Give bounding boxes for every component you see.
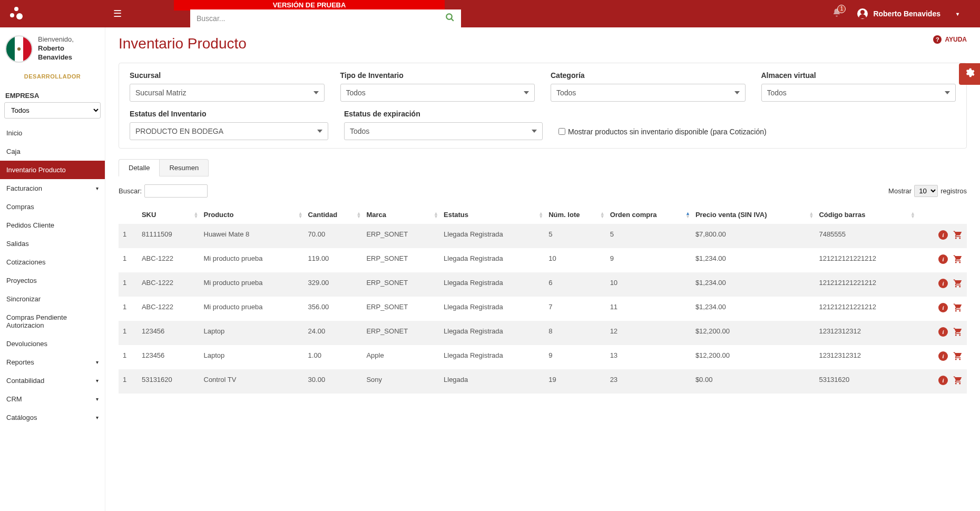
col-header-8[interactable]: Precio venta (SIN IVA)▲▼ (691, 205, 815, 224)
tab-detalle[interactable]: Detalle (119, 159, 160, 176)
cart-icon[interactable] (953, 303, 963, 315)
cell: 10 (606, 272, 691, 297)
cart-icon[interactable] (953, 230, 963, 242)
info-icon[interactable]: i (938, 351, 948, 361)
menu-toggle-icon[interactable]: ☰ (105, 8, 130, 19)
notification-badge: 1 (837, 5, 846, 13)
col-header-7[interactable]: Orden compra▲▼ (606, 205, 691, 224)
cart-icon[interactable] (953, 351, 963, 363)
sidebar-item-6[interactable]: Salidas (0, 234, 105, 253)
cart-icon[interactable] (953, 327, 963, 339)
cell: 5 (544, 224, 605, 248)
cell: Llegada Registrada (439, 321, 544, 345)
settings-gear-button[interactable] (959, 63, 980, 85)
table-search-input[interactable] (144, 184, 208, 198)
cell: 9 (544, 345, 605, 369)
filter-sucursal-select[interactable]: Sucursal Matriz (130, 84, 325, 102)
col-header-9[interactable]: Código barras▲▼ (815, 205, 916, 224)
col-header-4[interactable]: Marca▲▼ (362, 205, 439, 224)
filter-categoria-select[interactable]: Todos (551, 84, 746, 102)
col-header-6[interactable]: Núm. lote▲▼ (544, 205, 605, 224)
avatar-flag-icon (5, 35, 33, 63)
actions-cell: i (916, 321, 967, 345)
col-header-5[interactable]: Estatus▲▼ (439, 205, 544, 224)
show-entries-select[interactable]: 10 (914, 185, 938, 197)
help-link[interactable]: ? AYUDA (933, 35, 967, 44)
cell: Llegada Registrada (439, 224, 544, 248)
info-icon[interactable]: i (938, 327, 948, 337)
sidebar-item-7[interactable]: Cotizaciones (0, 253, 105, 271)
table-search-label: Buscar: (119, 187, 142, 195)
sidebar-item-12[interactable]: Reportes▾ (0, 353, 105, 371)
col-header-3[interactable]: Cantidad▲▼ (304, 205, 362, 224)
user-menu[interactable]: Roberto Benavides ▾ (857, 8, 959, 19)
cell: $7,800.00 (691, 224, 815, 248)
cell: 11 (606, 297, 691, 321)
filter-tipo-select[interactable]: Todos (340, 84, 535, 102)
sidebar-item-5[interactable]: Pedidos Cliente (0, 216, 105, 234)
cart-icon[interactable] (953, 376, 963, 387)
cell: Mi producto prueba (200, 297, 304, 321)
cell: 1 (119, 248, 138, 272)
cell: 19 (544, 369, 605, 394)
cell: 329.00 (304, 272, 362, 297)
sidebar-user-name: Roberto Benavides (38, 44, 100, 62)
col-header-0[interactable] (119, 205, 138, 224)
info-icon[interactable]: i (938, 303, 948, 312)
sidebar-item-9[interactable]: Sincronizar (0, 290, 105, 308)
cell: ERP_SONET (362, 248, 439, 272)
info-icon[interactable]: i (938, 279, 948, 288)
filter-checkbox-wrap[interactable]: Mostrar productos sin inventario disponi… (558, 127, 767, 136)
info-icon[interactable]: i (938, 254, 948, 264)
sidebar-item-15[interactable]: Catálogos▾ (0, 408, 105, 427)
sidebar-item-8[interactable]: Proyectos (0, 271, 105, 290)
cell: 5 (606, 224, 691, 248)
tab-resumen[interactable]: Resumen (160, 159, 209, 176)
sidebar-item-2[interactable]: Inventario Producto (0, 161, 105, 179)
global-search (190, 9, 461, 27)
cell: 8 (544, 321, 605, 345)
filter-almacen-select[interactable]: Todos (761, 84, 956, 102)
info-icon[interactable]: i (938, 230, 948, 240)
sidebar-item-14[interactable]: CRM▾ (0, 390, 105, 408)
filter-estatus-exp-select[interactable]: Todos (344, 122, 543, 140)
info-icon[interactable]: i (938, 376, 948, 385)
cell: 1 (119, 272, 138, 297)
col-header-1[interactable]: SKU▲▼ (138, 205, 200, 224)
cell: ERP_SONET (362, 321, 439, 345)
table-row: 153131620Control TV30.00SonyLlegada1923$… (119, 369, 967, 394)
col-header-2[interactable]: Producto▲▼ (200, 205, 304, 224)
sidebar-item-1[interactable]: Caja (0, 142, 105, 161)
notifications-button[interactable]: 1 (832, 8, 841, 20)
filter-checkbox[interactable] (558, 128, 565, 135)
sidebar-item-13[interactable]: Contabilidad▾ (0, 371, 105, 390)
sidebar-item-3[interactable]: Facturacion▾ (0, 179, 105, 198)
cell: 81111509 (138, 224, 200, 248)
sidebar-item-10[interactable]: Compras Pendiente Autorizacion (0, 308, 105, 335)
sort-icon: ▲▼ (910, 211, 915, 218)
company-select[interactable]: Todos (4, 102, 101, 119)
cell: ABC-1222 (138, 272, 200, 297)
logo-icon (8, 6, 29, 22)
col-header-10[interactable] (916, 205, 967, 224)
page-title: Inventario Producto (119, 35, 967, 52)
cell: 121212121221212 (815, 248, 916, 272)
cell: 1.00 (304, 345, 362, 369)
search-icon[interactable] (445, 13, 455, 25)
gear-icon (964, 67, 975, 78)
cell: 121212121221212 (815, 297, 916, 321)
cell: 7485555 (815, 224, 916, 248)
sidebar-item-4[interactable]: Compras (0, 198, 105, 216)
filter-estatus-inv-select[interactable]: PRODUCTO EN BODEGA (130, 122, 328, 140)
sort-icon: ▲▼ (298, 211, 303, 218)
table-row: 1ABC-1222Mi producto prueba119.00ERP_SON… (119, 248, 967, 272)
cell: Llegada Registrada (439, 248, 544, 272)
sidebar-item-0[interactable]: Inicio (0, 124, 105, 142)
sidebar-item-label: Proyectos (6, 277, 37, 284)
sidebar-item-label: Contabilidad (6, 377, 44, 385)
cart-icon[interactable] (953, 279, 963, 290)
sidebar-item-11[interactable]: Devoluciones (0, 335, 105, 353)
cart-icon[interactable] (953, 254, 963, 266)
search-input[interactable] (197, 14, 445, 23)
actions-cell: i (916, 248, 967, 272)
